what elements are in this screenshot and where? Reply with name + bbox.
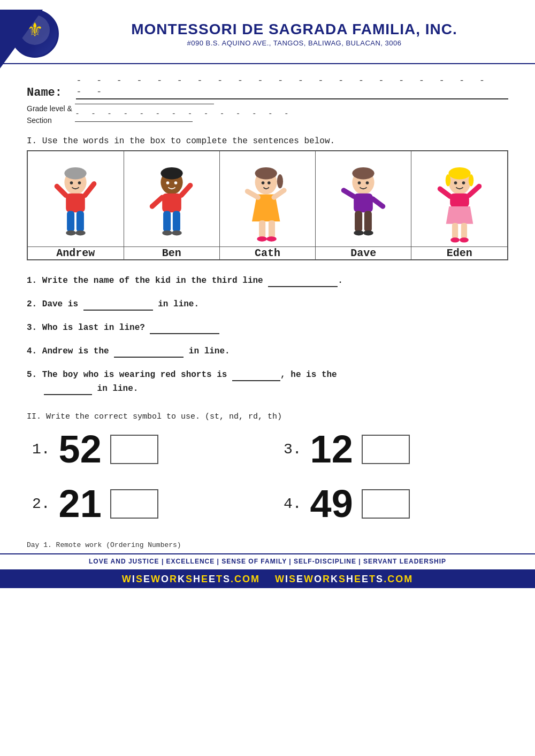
svg-rect-19 (173, 211, 180, 232)
svg-rect-30 (259, 221, 265, 238)
svg-rect-56 (461, 223, 467, 239)
num4-value: 49 (310, 484, 353, 523)
svg-point-3 (65, 167, 87, 180)
num1-value: 52 (59, 430, 102, 468)
svg-line-16 (152, 197, 162, 206)
q4-text: Andrew is the in line. (42, 346, 230, 356)
kids-table: Andrew Ben Cath Dave Eden (27, 150, 508, 261)
svg-point-25 (255, 167, 277, 180)
num4-answer-box[interactable] (362, 489, 410, 519)
q3-blank[interactable] (150, 320, 219, 334)
svg-marker-52 (446, 206, 473, 224)
q1-num: 1. (27, 276, 37, 286)
svg-line-17 (181, 186, 190, 196)
question-3: 3. Who is last in line? (27, 320, 508, 334)
number-item-2: 2. 21 (32, 484, 251, 523)
day-label: Day 1. Remote work (Ordering Numbers) (0, 537, 535, 551)
q2-blank[interactable] (83, 297, 153, 311)
svg-point-34 (262, 181, 265, 184)
q5-text: The boy who is wearing red shorts is , h… (42, 370, 337, 380)
form-section: Name: - - - - - - - - - - - - - - - - - … (0, 64, 535, 131)
andrew-name: Andrew (27, 247, 124, 260)
svg-point-45 (358, 181, 361, 184)
svg-point-23 (174, 181, 177, 184)
svg-rect-38 (354, 194, 373, 213)
q5-blank2[interactable] (44, 381, 92, 395)
svg-point-11 (70, 181, 73, 184)
num1-prefix: 1. (32, 441, 50, 458)
svg-rect-55 (452, 223, 458, 239)
numbers-grid: 1. 52 3. 12 2. 21 4. 49 (0, 421, 535, 531)
section2-label: II. Write the correct symbol to use. (st… (0, 408, 535, 421)
svg-point-44 (363, 230, 373, 235)
num2-prefix: 2. (32, 496, 50, 512)
logo-area: ⚜ (0, 10, 70, 58)
header-text-block: MONTESSORI DE SAGRADA FAMILIA, INC. #090… (70, 21, 519, 47)
grade-label: Grade level &Section (27, 103, 75, 127)
svg-point-37 (353, 167, 374, 180)
svg-point-48 (448, 167, 470, 180)
q1-text: Write the name of the kid in the third l… (42, 276, 343, 286)
page-header: ⚜ MONTESSORI DE SAGRADA FAMILIA, INC. #0… (0, 0, 535, 64)
q4-blank[interactable] (114, 344, 184, 358)
svg-line-6 (85, 184, 94, 196)
num3-answer-box[interactable] (362, 435, 410, 464)
question-5: 5. The boy who is wearing red shorts is … (27, 367, 508, 395)
svg-point-59 (454, 181, 457, 184)
svg-point-22 (166, 181, 169, 184)
kids-images-row (27, 151, 508, 247)
svg-rect-18 (163, 211, 171, 232)
svg-point-46 (366, 181, 369, 184)
svg-line-40 (373, 199, 383, 206)
num2-value: 21 (59, 484, 102, 523)
svg-point-26 (277, 174, 283, 188)
cath-cell (219, 151, 315, 247)
svg-line-54 (469, 187, 479, 196)
svg-point-10 (75, 230, 86, 235)
num2-answer-box[interactable] (110, 489, 158, 519)
svg-rect-41 (355, 211, 362, 232)
number-item-4: 4. 49 (284, 484, 503, 523)
q5-num: 5. (27, 370, 37, 380)
kids-names-row: Andrew Ben Cath Dave Eden (27, 247, 508, 260)
svg-line-28 (247, 191, 258, 197)
num3-value: 12 (310, 430, 353, 468)
footer-watermark: WISEWORKSHEETS.COM WISEWORKSHEETS.COM (0, 570, 535, 588)
svg-rect-7 (67, 211, 74, 232)
ben-cell (124, 151, 219, 247)
svg-line-5 (57, 187, 66, 196)
grade-lines: - - - - - - - - - - - - - - (75, 104, 292, 122)
q3-text: Who is last in line? (42, 323, 220, 333)
num1-answer-box[interactable] (110, 435, 158, 464)
kids-table-wrapper: Andrew Ben Cath Dave Eden (0, 150, 535, 261)
dave-name: Dave (316, 247, 411, 260)
svg-point-20 (162, 230, 172, 235)
question-1: 1. Write the name of the kid in the thir… (27, 273, 508, 287)
school-address: #090 B.S. AQUINO AVE., TANGOS, BALIWAG, … (70, 39, 519, 47)
q2-text: Dave is in line. (42, 299, 199, 309)
svg-rect-4 (66, 194, 85, 213)
svg-point-21 (172, 230, 182, 235)
svg-rect-31 (269, 221, 275, 238)
name-field: - - - - - - - - - - - - - - - - - - - - … (76, 74, 508, 99)
q4-num: 4. (27, 346, 37, 356)
svg-line-29 (274, 190, 284, 197)
q3-num: 3. (27, 323, 37, 333)
q5-blank1[interactable] (232, 367, 280, 381)
svg-point-58 (460, 237, 469, 242)
questions-section: 1. Write the name of the kid in the thir… (0, 270, 535, 408)
eden-name: Eden (411, 247, 508, 260)
school-name: MONTESSORI DE SAGRADA FAMILIA, INC. (70, 21, 519, 38)
svg-point-35 (268, 181, 271, 184)
andrew-cell (27, 151, 124, 247)
name-label: Name: (27, 86, 70, 99)
q5-line2: in line. (44, 384, 138, 394)
svg-point-57 (450, 237, 460, 242)
q1-blank[interactable] (268, 273, 338, 287)
svg-point-49 (469, 174, 473, 187)
number-item-3: 3. 12 (284, 430, 503, 468)
eden-cell (411, 151, 508, 247)
svg-point-43 (354, 230, 364, 235)
svg-rect-42 (364, 211, 372, 232)
svg-point-60 (462, 181, 465, 184)
